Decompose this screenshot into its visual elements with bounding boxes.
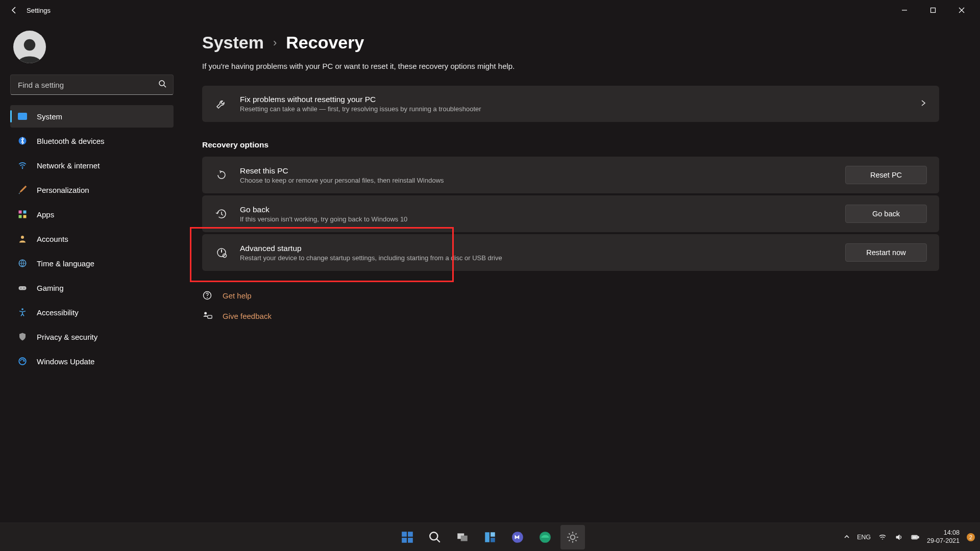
card-desc: Choose to keep or remove your personal f…	[240, 177, 834, 184]
bluetooth-icon	[17, 136, 28, 146]
wrench-icon	[214, 98, 229, 110]
apps-icon	[17, 209, 28, 219]
svg-point-14	[21, 308, 23, 310]
app-title: Settings	[27, 7, 51, 14]
windows-icon	[401, 531, 414, 544]
nav-system[interactable]: System	[10, 105, 174, 128]
page-subtitle: If you're having problems with your PC o…	[202, 62, 939, 70]
reset-pc-button[interactable]: Reset PC	[845, 166, 927, 184]
svg-rect-24	[402, 538, 407, 543]
avatar	[13, 31, 46, 63]
svg-point-19	[207, 297, 208, 298]
nav-label: Bluetooth & devices	[37, 137, 105, 145]
task-view-button[interactable]	[450, 525, 475, 549]
taskbar: ENG 14:08 29-07-2021 2	[0, 522, 980, 551]
nav-windows-update[interactable]: Windows Update	[10, 350, 174, 372]
svg-rect-5	[19, 211, 22, 214]
advanced-startup-card: Advanced startup Restart your device to …	[202, 234, 939, 271]
nav-label: Accounts	[37, 235, 68, 243]
reset-pc-card: Reset this PC Choose to keep or remove y…	[202, 157, 939, 193]
settings-taskbar-button[interactable]	[560, 525, 585, 549]
back-button[interactable]	[4, 0, 24, 20]
go-back-card: Go back If this version isn't working, t…	[202, 195, 939, 232]
edge-button[interactable]	[533, 525, 557, 549]
breadcrumb-parent[interactable]: System	[202, 33, 264, 53]
nav-gaming[interactable]: Gaming	[10, 277, 174, 299]
arrow-left-icon	[10, 6, 18, 14]
maximize-icon	[930, 7, 936, 13]
card-title: Fix problems without resetting your PC	[240, 95, 909, 104]
svg-rect-0	[931, 8, 936, 13]
nav-accounts[interactable]: Accounts	[10, 228, 174, 250]
system-tray: ENG 14:08 29-07-2021 2	[844, 529, 975, 545]
gear-icon	[566, 531, 579, 544]
get-help-link[interactable]: Get help	[202, 288, 939, 303]
person-icon	[16, 36, 43, 63]
breadcrumb: System › Recovery	[202, 33, 939, 53]
paintbrush-icon	[17, 185, 28, 195]
account-icon	[17, 234, 28, 244]
taskbar-center	[395, 525, 585, 549]
svg-point-4	[22, 168, 23, 169]
notification-badge[interactable]: 2	[967, 533, 975, 541]
close-button[interactable]	[947, 0, 976, 20]
minimize-button[interactable]	[890, 0, 919, 20]
svg-rect-28	[461, 535, 468, 541]
svg-rect-6	[23, 211, 27, 214]
nav-network[interactable]: Network & internet	[10, 154, 174, 177]
svg-rect-30	[491, 532, 495, 537]
minimize-icon	[901, 7, 908, 13]
svg-point-20	[204, 312, 207, 315]
nav-label: System	[37, 112, 62, 121]
search-input[interactable]	[10, 74, 174, 95]
volume-tray-icon[interactable]	[894, 533, 903, 542]
search-box[interactable]	[10, 74, 174, 95]
shield-icon	[17, 332, 28, 342]
monitor-icon	[17, 111, 28, 121]
update-icon	[17, 356, 28, 366]
link-label: Get help	[223, 291, 252, 300]
svg-point-1	[24, 39, 36, 51]
start-button[interactable]	[395, 525, 420, 549]
go-back-button[interactable]: Go back	[845, 205, 927, 223]
globe-clock-icon	[17, 258, 28, 268]
give-feedback-link[interactable]: Give feedback	[202, 309, 939, 323]
wifi-tray-icon[interactable]	[878, 533, 887, 542]
svg-rect-22	[402, 532, 407, 537]
battery-tray-icon[interactable]	[911, 533, 920, 542]
clock[interactable]: 14:08 29-07-2021	[927, 529, 960, 545]
nav-bluetooth[interactable]: Bluetooth & devices	[10, 130, 174, 152]
chevron-right-icon: ›	[273, 36, 277, 49]
nav-privacy[interactable]: Privacy & security	[10, 325, 174, 348]
language-indicator[interactable]: ENG	[857, 534, 871, 541]
maximize-button[interactable]	[919, 0, 947, 20]
history-icon	[214, 208, 229, 220]
svg-point-9	[21, 236, 24, 239]
card-title: Go back	[240, 205, 834, 214]
restart-now-button[interactable]: Restart now	[845, 243, 927, 262]
nav-label: Network & internet	[37, 161, 100, 170]
user-profile[interactable]	[10, 27, 174, 74]
svg-point-26	[430, 532, 437, 540]
tray-overflow-button[interactable]	[844, 533, 850, 542]
nav-label: Apps	[37, 210, 54, 219]
nav-apps[interactable]: Apps	[10, 203, 174, 226]
svg-point-12	[20, 288, 21, 289]
nav-personalization[interactable]: Personalization	[10, 179, 174, 201]
taskbar-search-button[interactable]	[423, 525, 447, 549]
nav-accessibility[interactable]: Accessibility	[10, 301, 174, 323]
svg-point-34	[571, 535, 575, 539]
nav-label: Accessibility	[37, 308, 79, 317]
svg-rect-31	[491, 538, 495, 542]
nav-time-language[interactable]: Time & language	[10, 252, 174, 274]
card-desc: Resetting can take a while — first, try …	[240, 105, 909, 113]
svg-rect-25	[408, 538, 413, 543]
power-gear-icon	[214, 246, 229, 259]
chevron-right-icon	[920, 99, 927, 109]
widgets-icon	[483, 531, 497, 544]
fix-problems-card[interactable]: Fix problems without resetting your PC R…	[202, 86, 939, 122]
wifi-icon	[17, 160, 28, 170]
chat-button[interactable]	[505, 525, 530, 549]
close-icon	[959, 7, 965, 13]
widgets-button[interactable]	[478, 525, 502, 549]
